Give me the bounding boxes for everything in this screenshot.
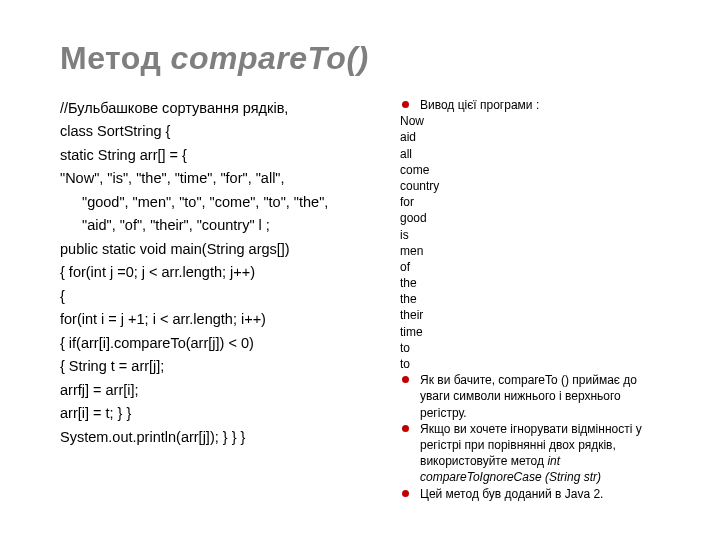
code-line: System.out.println(arr[j]); } } } — [60, 426, 370, 448]
code-line: { if(arr[i].compareTo(arr[j]) < 0) — [60, 332, 370, 354]
output-line: time — [400, 324, 670, 340]
output-line: the — [400, 291, 670, 307]
code-line: static String arr[] = { — [60, 144, 370, 166]
output-line: good — [400, 210, 670, 226]
output-line: aid — [400, 129, 670, 145]
output-line: Now — [400, 113, 670, 129]
code-line: for(int i = j +1; i < arr.length; i++) — [60, 308, 370, 330]
code-line: class SortString { — [60, 120, 370, 142]
note-item: Цей метод був доданий в Java 2. — [400, 486, 670, 502]
title-method: compareTo() — [171, 40, 369, 76]
page-title: Метод compareTo() — [60, 40, 670, 77]
output-line: is — [400, 227, 670, 243]
code-line: //Бульбашкове сортування рядків, — [60, 97, 370, 119]
output-block: Вивод цієї програми : Now aid all come c… — [400, 97, 670, 502]
code-line: "aid", "of", "their", "country" l ; — [60, 214, 370, 236]
title-prefix: Метод — [60, 40, 171, 76]
output-line: to — [400, 340, 670, 356]
output-line: country — [400, 178, 670, 194]
output-line: of — [400, 259, 670, 275]
content-row: //Бульбашкове сортування рядків, class S… — [60, 97, 670, 502]
output-line: for — [400, 194, 670, 210]
code-line: "Now", "is", "the", "time", "for", "all"… — [60, 167, 370, 189]
code-line: { String t = arr[j]; — [60, 355, 370, 377]
code-line: arrfj] = arr[i]; — [60, 379, 370, 401]
note-item: Якщо ви хочете ігнорувати відмінності у … — [400, 421, 670, 486]
note-item: Як ви бачите, compareTo () приймає до ув… — [400, 372, 670, 421]
code-block: //Бульбашкове сортування рядків, class S… — [60, 97, 370, 502]
output-line: to — [400, 356, 670, 372]
code-line: public static void main(String args[]) — [60, 238, 370, 260]
output-line: come — [400, 162, 670, 178]
output-line: men — [400, 243, 670, 259]
output-line: the — [400, 275, 670, 291]
note-text: Якщо ви хочете ігнорувати відмінності у … — [420, 422, 642, 468]
code-line: { — [60, 285, 370, 307]
output-line: all — [400, 146, 670, 162]
code-line: "good", "men", "to", "come", "to", "the"… — [60, 191, 370, 213]
code-line: { for(int j =0; j < arr.length; j++) — [60, 261, 370, 283]
output-header: Вивод цієї програми : — [400, 97, 670, 113]
output-line: their — [400, 307, 670, 323]
code-line: arr[i] = t; } } — [60, 402, 370, 424]
